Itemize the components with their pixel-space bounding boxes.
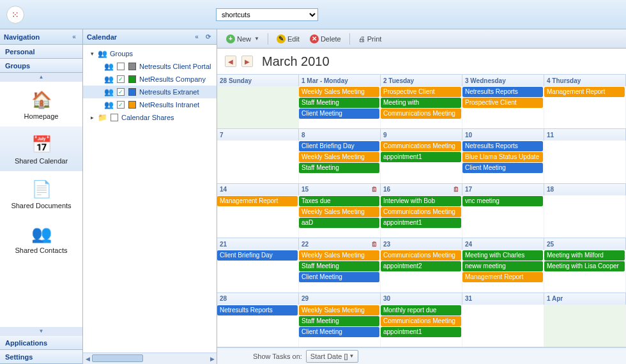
event[interactable]: Communications Meeting [381,109,461,119]
event[interactable]: neww meeting [462,261,543,271]
day-header[interactable]: 17 [462,184,544,195]
day-header[interactable]: 1 Mar - Monday [299,75,381,86]
day-header[interactable]: 21 [217,238,299,250]
event[interactable]: Communications Meeting [381,207,461,217]
event[interactable]: Meeting with Charles [462,250,543,261]
event[interactable]: Weekly Sales Meeting [299,152,379,162]
day-header[interactable]: 23 [381,238,462,250]
event[interactable]: aaD [299,218,379,228]
event[interactable]: Management Report [544,87,625,97]
day-header[interactable]: 24 [462,238,544,250]
event[interactable]: Communications Meeting [381,141,461,151]
event[interactable]: Taxes due [299,196,379,206]
scroll-right-icon[interactable]: ▶ [208,353,217,364]
scroll-down-icon[interactable]: ▼ [0,327,82,336]
day-header[interactable]: 10 [462,129,544,140]
scroll-left-icon[interactable]: ◀ [83,353,92,364]
tree-item[interactable]: 👥 ✓ Netresults Extranet [83,86,217,98]
event[interactable]: Client Meeting [299,327,379,337]
print-button[interactable]: 🖨 Print [355,32,386,46]
day-header[interactable]: 25 [544,238,626,250]
tree-root[interactable]: ▾ 👥 Groups [83,47,217,60]
tree-collapse-icon[interactable]: « [192,33,201,42]
day-header[interactable]: 29 [299,293,381,305]
accordion-groups[interactable]: Groups [0,59,82,73]
day-header[interactable]: 2 Tuesday [381,75,462,86]
day-header[interactable]: 8 [299,129,381,140]
event[interactable]: Client Briefing Day [299,141,379,151]
event[interactable]: Netresults Reports [217,305,298,315]
event[interactable]: Netresults Reports [462,87,543,97]
day-header[interactable]: 9 [381,129,462,140]
event[interactable]: Interview with Bob [381,196,461,206]
event[interactable]: Netresults Reports [462,141,543,151]
tree-scrollbar[interactable]: ◀ ▶ [83,353,217,364]
event[interactable]: Staff Meeting [299,316,379,326]
checkbox[interactable]: ✓ [117,101,125,109]
new-button[interactable]: + New ▼ [222,32,263,46]
accordion-applications[interactable]: Applications [0,336,82,350]
tree-toggle-icon[interactable]: ▾ [88,50,96,57]
day-header[interactable]: 3 Wednesday [462,75,544,86]
tree-toggle-icon[interactable]: ▸ [88,114,96,121]
day-header[interactable]: 4 Thursday [544,75,626,86]
accordion-settings[interactable]: Settings [0,350,82,364]
start-date-button[interactable]: Start Date [] ▼ [306,350,359,363]
event[interactable]: Weekly Sales Meeting [299,87,379,97]
day-header[interactable]: 14 [217,184,299,195]
event[interactable]: Prospective Client [381,87,461,97]
event[interactable]: Client Meeting [462,163,543,173]
prev-month-button[interactable]: ◀ [225,56,236,67]
day-header[interactable]: 18 [544,184,626,195]
event[interactable]: Client Meeting [299,272,379,282]
event[interactable]: Meeting with Lisa Cooper [544,261,625,271]
day-header[interactable]: 16🗓 [381,184,462,195]
day-header[interactable]: 31 [462,293,544,305]
tree-refresh-icon[interactable]: ⟳ [204,33,213,42]
checkbox[interactable] [117,63,125,70]
nav-item-shared-contacts[interactable]: 👥 Shared Contacts [0,216,82,261]
event[interactable]: vnc meeting [462,196,543,206]
scrollbar-thumb[interactable] [92,354,143,362]
accordion-personal[interactable]: Personal [0,45,82,59]
day-header[interactable]: 30 [381,293,462,305]
tree-item[interactable]: 👥 Netresults Client Portal [83,60,217,73]
event[interactable]: Weekly Sales Meeting [299,305,379,315]
event[interactable]: Communications Meeting [381,250,461,261]
event[interactable]: Prospective Client [462,98,543,108]
app-logo[interactable]: ⁙ [6,6,24,24]
event[interactable]: Management Report [217,196,298,206]
day-header[interactable]: 28 Sunday [217,75,299,86]
next-month-button[interactable]: ▶ [241,56,253,67]
day-header[interactable]: 7 [217,129,299,140]
day-header[interactable]: 1 Apr [544,293,626,305]
event[interactable]: Weekly Sales Meeting [299,250,379,261]
event[interactable]: Client Meeting [299,109,379,119]
event[interactable]: appointment1 [381,152,461,162]
event[interactable]: Weekly Sales Meeting [299,207,379,217]
event[interactable]: Monthly report due [381,305,461,315]
day-header[interactable]: 22🗓 [299,238,381,250]
tree-item[interactable]: 👥 ✓ NetResults Intranet [83,98,217,111]
event[interactable]: Meeting with [381,98,461,108]
checkbox[interactable]: ✓ [117,88,125,96]
delete-button[interactable]: ✕ Delete [306,32,345,46]
collapse-icon[interactable]: « [70,33,79,42]
edit-button[interactable]: ✎ Edit [273,32,303,46]
event[interactable]: Staff Meeting [299,261,379,271]
checkbox[interactable]: ✓ [117,75,125,83]
tree-item[interactable]: 👥 ✓ NetResults Company [83,73,217,86]
day-header[interactable]: 15🗓 [299,184,381,195]
event[interactable]: Blue Llama Status Update [462,152,543,162]
event[interactable]: appointment1 [381,327,461,337]
event[interactable]: appointment2 [381,261,461,271]
event[interactable]: Client Briefing Day [217,250,298,261]
nav-item-homepage[interactable]: 🏠 Homepage [0,82,82,126]
event[interactable]: Meeting with Milford [544,250,625,261]
event[interactable]: Management Report [462,272,543,282]
day-header[interactable]: 28 [217,293,299,305]
day-header[interactable]: 11 [544,129,626,140]
checkbox[interactable] [111,114,118,121]
nav-item-shared-calendar[interactable]: 📅 Shared Calendar [0,126,82,171]
event[interactable]: Staff Meeting [299,98,379,108]
